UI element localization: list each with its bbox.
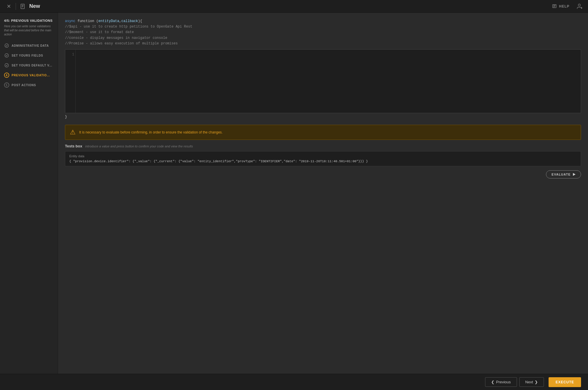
evaluate-button[interactable]: EVALUATE: [546, 170, 581, 178]
svg-point-8: [578, 4, 580, 6]
tests-box-title: Tests box: [65, 144, 82, 148]
document-icon: [19, 2, 27, 10]
sidebar-item-set-yours-fields[interactable]: SET YOURS FIELDS: [0, 50, 58, 60]
code-comment-1: //$api - use it to create http petitions…: [65, 24, 581, 30]
execute-button-label: EXECUTE: [556, 380, 574, 384]
sidebar-section-desc: Here you can write some validations that…: [0, 23, 58, 41]
app-header: ✕ New HELP: [0, 0, 588, 13]
code-comment-3: //console - display messages in navigato…: [65, 35, 581, 41]
sidebar-item-set-yours-default[interactable]: SET YOURS DEFAULT V...: [0, 60, 58, 70]
code-editor[interactable]: 1: [65, 49, 581, 113]
sidebar-section-title: 4/5: PREVIOUS VALIDATIONS: [0, 17, 58, 23]
entity-data-box[interactable]: Entity data { "provision.device.identifi…: [65, 151, 581, 166]
warning-text: It is necessary to evaluate before confi…: [79, 130, 223, 134]
code-comment-2: //$moment - use it to format date: [65, 30, 581, 35]
check-circle-icon-2: [4, 53, 9, 58]
close-icon[interactable]: ✕: [5, 2, 13, 10]
user-icon[interactable]: [575, 2, 583, 10]
next-button[interactable]: Next: [519, 377, 544, 387]
play-icon: [573, 173, 576, 176]
svg-point-12: [5, 64, 9, 67]
step-number-4: 4: [4, 73, 9, 78]
tests-box-header: Tests box introduce a value and press bu…: [65, 144, 581, 148]
code-brace-open: ){: [138, 19, 142, 23]
svg-point-11: [5, 54, 9, 57]
previous-button[interactable]: Previous: [485, 377, 517, 387]
sidebar-item-previous-validations[interactable]: 4 PREVIOUS VALIDATIO...: [0, 70, 58, 80]
warning-box: ⚠ It is necessary to evaluate before con…: [65, 125, 581, 140]
editor-line-numbers: 1: [65, 50, 76, 113]
help-label: HELP: [559, 4, 569, 8]
line-number-1: 1: [66, 52, 74, 57]
warning-icon: ⚠: [70, 129, 76, 136]
code-param1: entityData: [98, 19, 119, 23]
previous-button-label: Previous: [496, 380, 511, 384]
content-area: async function (entityData,callback){ //…: [58, 13, 588, 374]
check-circle-icon-1: [4, 43, 9, 48]
editor-content-area[interactable]: [76, 50, 581, 113]
code-comment-4: //Promise - allows easy execution of mul…: [65, 41, 581, 46]
sidebar-item-label-4: PREVIOUS VALIDATIO...: [12, 74, 50, 77]
header-divider: [16, 3, 16, 10]
next-button-label: Next: [525, 380, 533, 384]
main-layout: 4/5: PREVIOUS VALIDATIONS Here you can w…: [0, 13, 588, 374]
help-button[interactable]: HELP: [552, 4, 569, 9]
check-circle-icon-3: [4, 63, 9, 68]
footer: Previous Next EXECUTE: [0, 374, 588, 390]
sidebar-item-label-5: POST ACTIONS: [12, 84, 36, 87]
evaluate-row: EVALUATE: [65, 170, 581, 178]
sidebar-item-post-actions[interactable]: 5 POST ACTIONS: [0, 80, 58, 90]
step-number-5: 5: [4, 82, 9, 88]
sidebar-item-administrative-data[interactable]: ADMINISTRATIVE DATA: [0, 41, 58, 50]
tests-box-subtitle: introduce a value and press button to co…: [85, 145, 193, 148]
execute-button[interactable]: EXECUTE: [549, 377, 581, 387]
entity-data-label: Entity data: [69, 154, 577, 158]
svg-point-10: [5, 44, 9, 48]
chevron-left-icon: [491, 380, 494, 384]
entity-data-value: { "provision.device.identifier": {"_valu…: [69, 160, 577, 163]
sidebar-item-label-2: SET YOURS FIELDS: [12, 54, 43, 57]
chevron-right-icon: [535, 380, 538, 384]
page-title: New: [29, 3, 40, 9]
header-right: HELP: [552, 2, 583, 10]
code-param2: callback: [121, 19, 138, 23]
code-function-keyword: function (: [77, 19, 98, 23]
code-closing-brace: }: [65, 115, 581, 119]
evaluate-button-label: EVALUATE: [551, 173, 571, 176]
sidebar: 4/5: PREVIOUS VALIDATIONS Here you can w…: [0, 13, 58, 374]
svg-rect-0: [21, 4, 24, 9]
sidebar-item-label-3: SET YOURS DEFAULT V...: [12, 64, 52, 67]
code-line-signature: async function (entityData,callback){: [65, 19, 581, 24]
code-async-keyword: async: [65, 19, 75, 23]
code-header: async function (entityData,callback){ //…: [65, 19, 581, 46]
sidebar-item-label-1: ADMINISTRATIVE DATA: [12, 44, 49, 47]
